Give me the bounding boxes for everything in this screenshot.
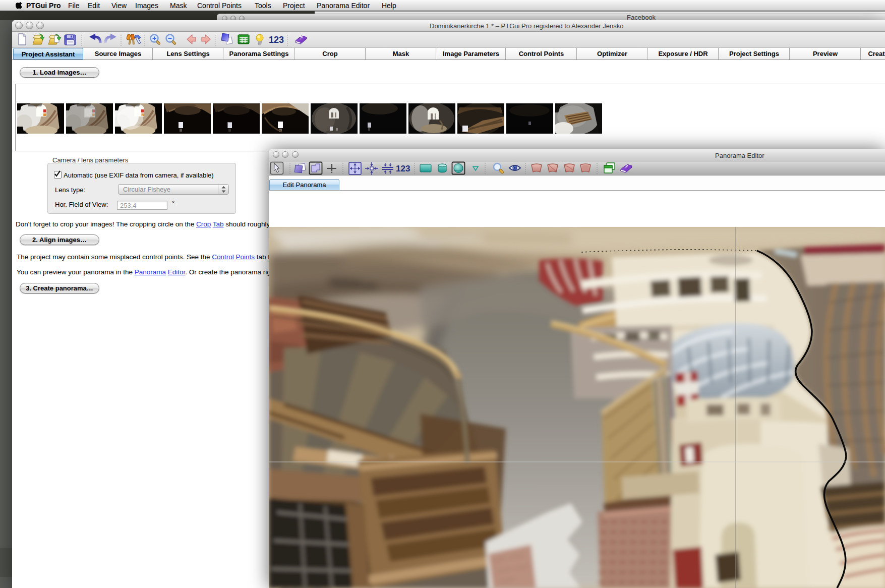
svg-text:123: 123 — [396, 164, 410, 173]
svg-text:123: 123 — [269, 35, 284, 45]
